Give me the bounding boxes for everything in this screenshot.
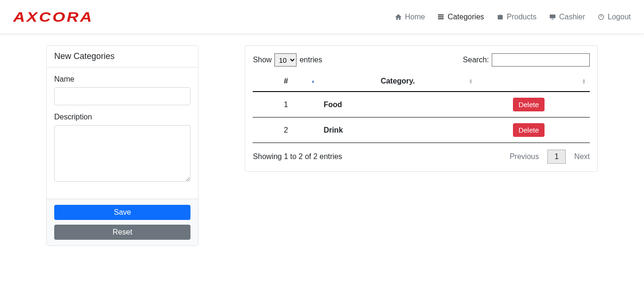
nav-logout[interactable]: Logout bbox=[597, 13, 631, 21]
svg-rect-4 bbox=[552, 19, 553, 19]
next-page[interactable]: Next bbox=[574, 152, 590, 161]
reset-button[interactable]: Reset bbox=[54, 225, 190, 240]
col-category-header[interactable]: Category. ▲▼ bbox=[319, 71, 477, 92]
search-control: Search: bbox=[463, 53, 590, 67]
nav-categories-label: Categories bbox=[447, 13, 484, 21]
table-footer: Showing 1 to 2 of 2 entries Previous 1 N… bbox=[253, 150, 590, 164]
categories-table: # ▲ Category. ▲▼ ▲▼ 1 Food bbox=[253, 71, 590, 143]
nav-categories[interactable]: Categories bbox=[437, 13, 484, 21]
svg-rect-3 bbox=[550, 14, 555, 18]
sort-icon: ▲▼ bbox=[469, 78, 473, 84]
pagination: Previous 1 Next bbox=[510, 150, 590, 164]
show-suffix: entries bbox=[299, 56, 322, 64]
brand-text: AXCORA bbox=[13, 9, 93, 25]
length-select[interactable]: 10 bbox=[274, 53, 297, 67]
delete-button[interactable]: Delete bbox=[513, 123, 545, 137]
length-control: Show 10 entries bbox=[253, 53, 322, 67]
card-footer: Save Reset bbox=[47, 199, 198, 245]
description-label: Description bbox=[54, 113, 190, 121]
table-info: Showing 1 to 2 of 2 entries bbox=[253, 152, 342, 161]
row-index: 1 bbox=[253, 92, 319, 118]
nav-home-label: Home bbox=[405, 13, 425, 21]
name-label: Name bbox=[54, 75, 190, 84]
nav-home[interactable]: Home bbox=[395, 13, 425, 21]
row-action: Delete bbox=[477, 118, 590, 143]
svg-rect-0 bbox=[438, 14, 444, 15]
monitor-icon bbox=[549, 13, 556, 21]
nav-logout-label: Logout bbox=[608, 13, 631, 21]
new-category-card: New Categories Name Description Save Res… bbox=[46, 45, 198, 246]
delete-button[interactable]: Delete bbox=[513, 98, 545, 111]
show-prefix: Show bbox=[253, 56, 272, 64]
row-action: Delete bbox=[477, 92, 590, 118]
col-action-header[interactable]: ▲▼ bbox=[477, 71, 590, 92]
prev-page[interactable]: Previous bbox=[510, 152, 539, 161]
row-name: Food bbox=[319, 92, 477, 118]
home-icon bbox=[395, 13, 402, 21]
name-group: Name bbox=[54, 75, 190, 105]
col-index-header[interactable]: # ▲ bbox=[253, 71, 319, 92]
nav-links: Home Categories Products Cashier Logout bbox=[395, 13, 631, 21]
briefcase-icon bbox=[496, 13, 504, 21]
sort-asc-icon: ▲ bbox=[311, 80, 315, 83]
brand-logo[interactable]: AXCORA bbox=[13, 9, 83, 25]
power-icon bbox=[597, 13, 605, 21]
name-input[interactable] bbox=[54, 87, 190, 105]
description-input[interactable] bbox=[54, 125, 190, 182]
svg-rect-2 bbox=[438, 18, 444, 19]
nav-cashier-label: Cashier bbox=[559, 13, 585, 21]
table-row: 2 Drink Delete bbox=[253, 118, 590, 143]
table-row: 1 Food Delete bbox=[253, 92, 590, 118]
navbar: AXCORA Home Categories Products Cashier bbox=[0, 0, 644, 34]
save-button[interactable]: Save bbox=[54, 205, 190, 220]
search-label: Search: bbox=[463, 56, 489, 64]
table-controls: Show 10 entries Search: bbox=[253, 53, 590, 67]
card-body: Name Description bbox=[47, 67, 198, 199]
col-category-text: Category. bbox=[380, 77, 415, 85]
page-number[interactable]: 1 bbox=[547, 150, 566, 164]
row-name: Drink bbox=[319, 118, 477, 143]
row-index: 2 bbox=[253, 118, 319, 143]
nav-products-label: Products bbox=[507, 13, 537, 21]
categories-table-card: Show 10 entries Search: # ▲ Ca bbox=[245, 45, 598, 172]
search-input[interactable] bbox=[492, 53, 590, 67]
description-group: Description bbox=[54, 113, 190, 184]
sort-icon: ▲▼ bbox=[582, 78, 586, 84]
list-icon bbox=[437, 13, 445, 21]
col-index-text: # bbox=[284, 77, 288, 85]
nav-products[interactable]: Products bbox=[496, 13, 537, 21]
card-title: New Categories bbox=[47, 46, 198, 67]
nav-cashier[interactable]: Cashier bbox=[549, 13, 585, 21]
main-container: New Categories Name Description Save Res… bbox=[0, 34, 644, 257]
svg-rect-1 bbox=[438, 16, 444, 17]
